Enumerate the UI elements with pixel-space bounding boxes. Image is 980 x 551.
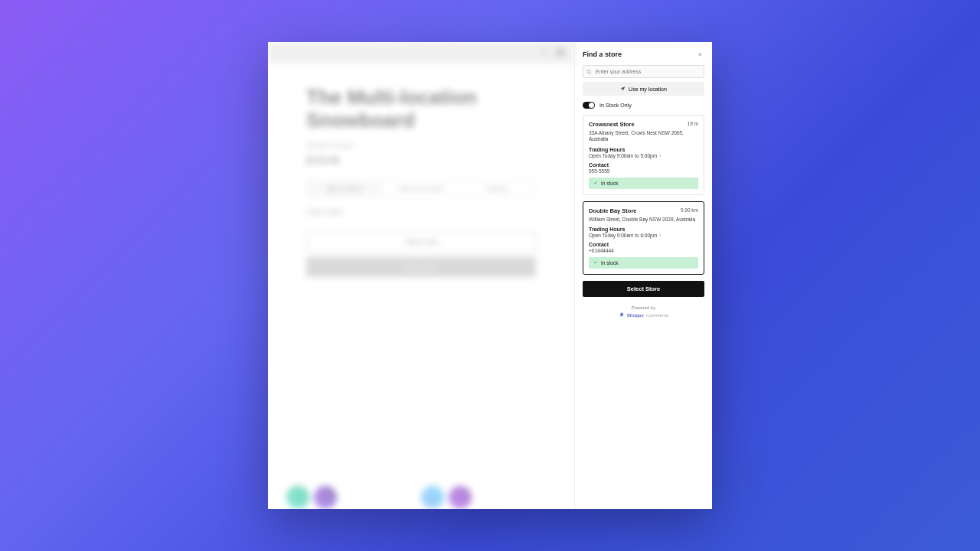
- panel-header: Find a store ✕: [583, 50, 704, 59]
- brand-logo-icon: [619, 311, 625, 319]
- tab-buy-in-store[interactable]: Buy in Store: [307, 181, 383, 197]
- search-icon: [539, 46, 548, 60]
- product-page: The Multi-location Snowboard Sample Vend…: [268, 42, 574, 509]
- close-button[interactable]: ✕: [695, 50, 704, 59]
- product-thumb: [421, 486, 444, 509]
- trading-hours-value[interactable]: Open Today 9:00am to 6:00pm›: [589, 233, 698, 238]
- use-location-button[interactable]: Use my location: [583, 82, 704, 96]
- store-address: William Street, Double Bay NSW 2028, Aus…: [589, 217, 698, 223]
- store-finder-panel: Find a store ✕ Use my location In Stock …: [574, 42, 712, 509]
- product-vendor: Sample Vendor: [306, 142, 536, 149]
- contact-value: +61444444: [589, 248, 698, 253]
- store-address: 33A Albany Street, Crows Nest NSW 2065, …: [589, 130, 698, 143]
- buy-now-button[interactable]: Buy it now: [306, 257, 536, 277]
- stock-label: In stock: [601, 181, 618, 186]
- contact-value: 555-5555: [589, 168, 698, 174]
- store-name: Crowsnest Store: [589, 121, 635, 128]
- check-icon: [593, 181, 598, 186]
- use-location-label: Use my location: [629, 86, 667, 92]
- tab-delivery[interactable]: Delivery: [459, 181, 535, 197]
- product-thumb: [314, 486, 337, 509]
- search-icon: [586, 69, 592, 74]
- store-name: Double Bay Store: [589, 207, 637, 214]
- product-thumbs: [286, 486, 337, 509]
- store-distance: 19 m: [688, 121, 698, 126]
- product-thumb: [286, 486, 309, 509]
- stock-badge: In stock: [589, 178, 698, 189]
- product-title: The Multi-location Snowboard: [306, 86, 536, 132]
- check-icon: [593, 260, 598, 266]
- store-distance: 5.90 km: [681, 207, 698, 213]
- product-thumbs: [421, 486, 472, 509]
- trading-hours-label: Trading Hours: [589, 147, 698, 152]
- brand-suffix: Commerce: [646, 312, 668, 318]
- store-card-header: Double Bay Store5.90 km: [589, 207, 698, 214]
- powered-by: Powered by Shoppy Commerce: [583, 305, 704, 319]
- product-price: $729.95: [306, 155, 536, 166]
- close-icon: ✕: [697, 51, 703, 58]
- tab-click-collect[interactable]: Click and Collect: [383, 181, 459, 197]
- address-search: [583, 65, 704, 78]
- contact-label: Contact: [589, 162, 698, 168]
- trading-hours-value[interactable]: Open Today 9:00am to 5:00pm›: [589, 153, 698, 158]
- chevron-right-icon: ›: [659, 233, 661, 238]
- in-stock-label: In Stock Only: [599, 103, 632, 108]
- brand-name: Shoppy: [627, 312, 644, 318]
- trading-hours-label: Trading Hours: [589, 227, 698, 232]
- in-stock-toggle[interactable]: [583, 102, 595, 109]
- address-input[interactable]: [583, 65, 704, 78]
- in-stock-toggle-row: In Stock Only: [583, 102, 704, 109]
- location-arrow-icon: [620, 86, 626, 92]
- bag-icon: [556, 46, 565, 60]
- panel-title: Find a store: [583, 51, 622, 58]
- contact-label: Contact: [589, 242, 698, 247]
- stores-list: Crowsnest Store19 m33A Albany Street, Cr…: [583, 115, 704, 281]
- find-store-link[interactable]: Find a store: [306, 208, 536, 216]
- add-to-cart-button[interactable]: Add to cart: [306, 231, 536, 253]
- powered-by-label: Powered by: [583, 305, 704, 311]
- product-thumb: [449, 486, 472, 509]
- app-window: The Multi-location Snowboard Sample Vend…: [268, 42, 712, 509]
- store-card[interactable]: Double Bay Store5.90 kmWilliam Street, D…: [583, 201, 704, 275]
- stock-label: In stock: [601, 260, 618, 266]
- chevron-right-icon: ›: [659, 153, 661, 158]
- store-card-header: Crowsnest Store19 m: [589, 121, 698, 128]
- topbar: [268, 42, 574, 64]
- select-store-button[interactable]: Select Store: [583, 281, 704, 297]
- stock-badge: In stock: [589, 257, 698, 269]
- fulfillment-tabs: Buy in Store Click and Collect Delivery: [306, 180, 536, 197]
- store-card[interactable]: Crowsnest Store19 m33A Albany Street, Cr…: [583, 115, 704, 195]
